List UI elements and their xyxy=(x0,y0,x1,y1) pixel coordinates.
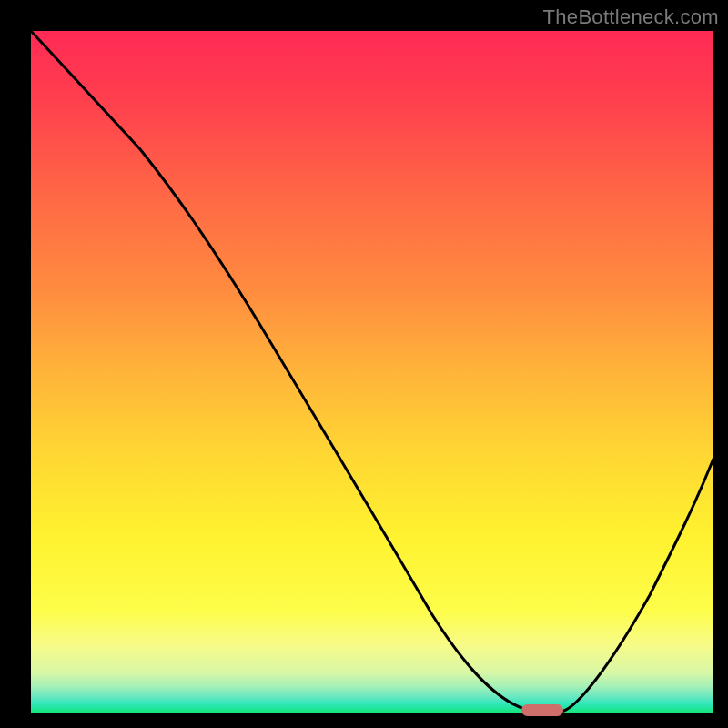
bottleneck-curve xyxy=(31,31,713,713)
plot-area xyxy=(31,31,713,713)
chart-stage: TheBottleneck.com xyxy=(0,0,728,728)
watermark-text: TheBottleneck.com xyxy=(543,5,719,29)
curve-path xyxy=(31,31,713,712)
minimum-marker xyxy=(521,704,563,716)
